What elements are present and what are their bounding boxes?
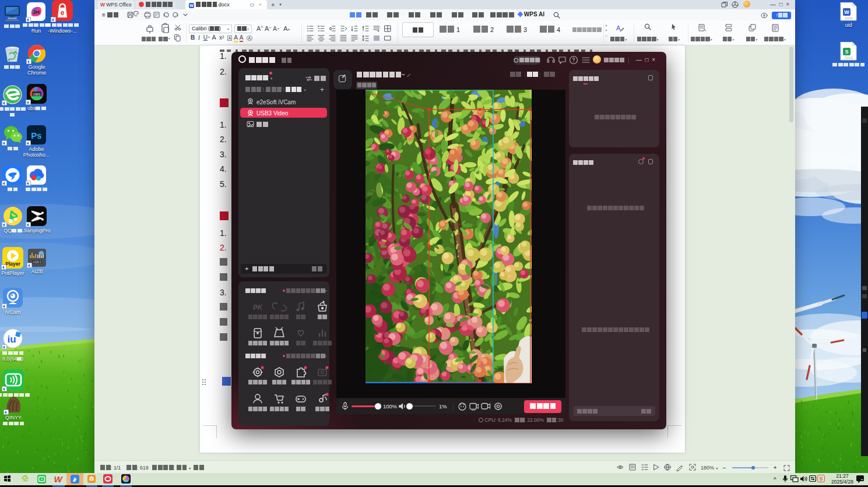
svg-text:A: A [616, 24, 621, 31]
svg-text:JH: JH [33, 9, 40, 15]
svg-text:PK: PK [253, 304, 263, 312]
svg-text:OBS: OBS [33, 93, 41, 96]
svg-text:Player: Player [5, 261, 20, 267]
svg-text:W: W [844, 9, 849, 15]
svg-text:Ps: Ps [31, 130, 41, 140]
svg-text:iu: iu [7, 334, 16, 345]
svg-text:AIZB-3: AIZB-3 [33, 261, 41, 264]
svg-text:S: S [845, 49, 848, 55]
svg-text:e: e [61, 9, 65, 17]
